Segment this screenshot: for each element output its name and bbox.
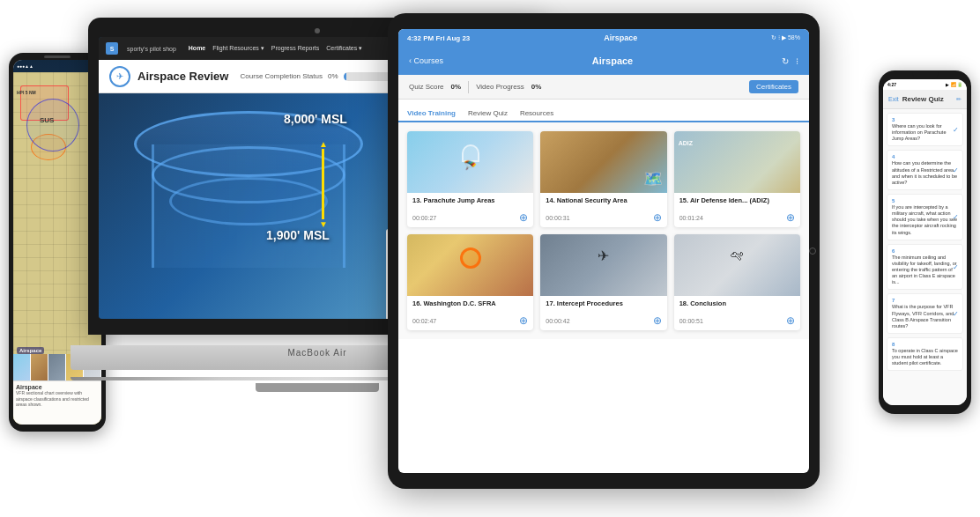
mac-progress-fill <box>344 72 347 81</box>
card-6-add-btn[interactable]: ⊕ <box>786 314 795 327</box>
pr-item-text-3: Where can you look for information on Pa… <box>892 123 958 142</box>
pr-item-text-5: If you are intercepted by a military air… <box>892 204 958 236</box>
tablet-refresh-icon[interactable]: ↻ <box>782 56 789 66</box>
list-item: 4 How can you determine the altitudes of… <box>887 150 963 190</box>
card-5-duration: 00:00:42 <box>546 318 569 324</box>
thumb-conclusion: 🛩 <box>674 234 800 296</box>
pr-status-bar: 4:27 ▶ 📶 🔋 <box>883 79 967 90</box>
table-row: 🛩 18. Conclusion 00:00:51 ⊕ <box>674 234 800 330</box>
tablet-quiz-score-pct: 0% <box>451 83 462 91</box>
table-row: 🪂 13. Parachute Jump Areas 00:00:27 ⊕ <box>407 131 533 227</box>
mac-nav-items: Home Flight Resources ▾ Progress Reports… <box>189 45 362 52</box>
pr-edit-btn[interactable]: ✏ <box>956 96 961 103</box>
tablet-score-divider <box>468 81 469 93</box>
pr-item-num-7: 7 <box>892 298 958 303</box>
altitude-bottom: 1,900' MSL <box>266 227 330 243</box>
card-4-duration: 00:02:47 <box>412 318 436 324</box>
macbook-trackpad <box>256 383 379 392</box>
thumb-adiz: ADIZ <box>674 131 800 193</box>
pr-icons: ▶ 📶 🔋 <box>946 82 962 87</box>
tablet-navbar: ‹ Courses Airspace ↻ ⁝ <box>398 47 809 75</box>
mac-brand-name: sporty's pilot shop <box>127 46 176 52</box>
pl-status-left: ●●●▲▲ <box>17 63 33 69</box>
card-5-add-btn[interactable]: ⊕ <box>653 314 662 327</box>
table-row: ADIZ 15. Air Defense Iden... (ADIZ) 00:0… <box>674 131 800 227</box>
pr-item-text-7: What is the purpose for VFR Flyways, VFR… <box>892 304 958 329</box>
pr-item-num-8: 8 <box>892 342 958 347</box>
card-1-add-btn[interactable]: ⊕ <box>519 211 528 224</box>
scene: ●●●▲▲ 📶 🔍 ≡ + ⊞ <box>0 0 980 517</box>
card-1-duration: 00:00:27 <box>412 215 436 221</box>
altitude-top: 8,000' MSL <box>284 111 347 127</box>
list-item: 6 The minimum ceiling and visibility for… <box>887 244 963 291</box>
tablet-tab-quiz[interactable]: Review Quiz <box>468 109 508 121</box>
pr-check-6: ✓ <box>953 263 959 271</box>
tablet-certificates-btn[interactable]: Certificates <box>749 80 798 93</box>
card-2-add-btn[interactable]: ⊕ <box>653 211 662 224</box>
tablet-tab-resources[interactable]: Resources <box>520 109 553 121</box>
tablet-tab-video[interactable]: Video Training <box>407 109 456 122</box>
pr-item-num-5: 5 <box>892 198 958 203</box>
pr-back-btn[interactable]: Exit <box>888 96 899 102</box>
pr-nav-title: Review Quiz <box>902 95 944 103</box>
list-item: 5 If you are intercepted by a military a… <box>887 194 963 240</box>
thumb-parachute: 🪂 <box>407 131 533 193</box>
table-row: ✈ 17. Intercept Procedures 00:00:42 ⊕ <box>540 234 666 330</box>
tablet-video-pct: 0% <box>531 83 542 91</box>
tablet-nav-icons: ↻ ⁝ <box>782 56 798 66</box>
phone-left-speaker <box>44 55 71 58</box>
tablet-tabs: Video Training Review Quiz Resources <box>398 100 809 122</box>
pr-item-text-4: How can you determine the altitudes of a… <box>892 160 958 186</box>
pr-check-4: ✓ <box>953 166 959 174</box>
mac-nav-progress[interactable]: Progress Reports <box>271 45 319 52</box>
tablet-nav-title: Airspace <box>592 55 633 66</box>
card-5-title: 17. Intercept Procedures <box>546 299 661 308</box>
pr-item-num-3: 3 <box>892 117 958 122</box>
tablet-time: 4:32 PM Fri Aug 23 <box>407 34 470 42</box>
pr-item-num-4: 4 <box>892 154 958 159</box>
tablet-back-btn[interactable]: ‹ Courses <box>409 56 443 65</box>
thumb-dc <box>407 234 533 296</box>
card-6-duration: 00:00:51 <box>679 318 703 324</box>
tablet-menu-icon[interactable]: ⁝ <box>796 56 798 66</box>
mac-progress-label: Course Completion Status <box>241 72 323 80</box>
list-item: 7 What is the purpose for VFR Flyways, V… <box>887 293 963 334</box>
altitude-arrow: ▲ ▼ <box>319 139 328 229</box>
card-2-title: 14. National Security Area <box>546 196 661 205</box>
tablet-status-title: Airspace <box>604 33 637 42</box>
list-item: 3 Where can you look for information on … <box>887 113 963 146</box>
card-1-title: 13. Parachute Jump Areas <box>412 196 528 205</box>
mac-nav-home[interactable]: Home <box>189 45 205 52</box>
pr-item-num-6: 6 <box>892 248 958 254</box>
mac-nav-flight[interactable]: Flight Resources ▾ <box>212 45 264 52</box>
mac-logo: S <box>106 42 118 55</box>
pl-airspace-label: Airspace <box>17 347 44 354</box>
tablet-home-btn[interactable] <box>809 247 816 255</box>
tablet-video-label: Video Progress <box>476 83 524 91</box>
tablet-score-row: Quiz Score 0% Video Progress 0% Certific… <box>398 75 809 100</box>
card-3-add-btn[interactable]: ⊕ <box>786 211 795 224</box>
thumb-security: 🗺️ <box>540 131 666 193</box>
tablet-status-bar: 4:32 PM Fri Aug 23 Airspace ↻ ⁝ ▶ 58% <box>398 29 809 47</box>
airspace-viz <box>134 111 381 305</box>
card-4-title: 16. Washington D.C. SFRA <box>412 299 528 308</box>
card-2-duration: 00:00:31 <box>546 215 569 221</box>
mac-course-icon: ✈ <box>109 66 130 87</box>
card-3-duration: 00:01:24 <box>679 215 703 221</box>
table-row: 🗺️ 14. National Security Area 00:00:31 ⊕ <box>540 131 666 227</box>
card-6-title: 18. Conclusion <box>679 299 795 308</box>
pr-item-text-6: The minimum ceiling and visibility for t… <box>892 255 958 286</box>
tablet-device: 4:32 PM Fri Aug 23 Airspace ↻ ⁝ ▶ 58% ‹ … <box>388 13 820 489</box>
tablet-screen: 4:32 PM Fri Aug 23 Airspace ↻ ⁝ ▶ 58% ‹ … <box>398 29 809 473</box>
tablet-quiz-score-label: Quiz Score <box>409 83 444 91</box>
tablet-status-icons: ↻ ⁝ ▶ 58% <box>771 34 800 41</box>
pr-check-7: ✓ <box>953 310 959 318</box>
table-row: 16. Washington D.C. SFRA 00:02:47 ⊕ <box>407 234 533 330</box>
list-item: 8 To operate in Class C airspace you mus… <box>887 337 963 371</box>
pr-check-5: ✓ <box>953 213 959 221</box>
card-4-add-btn[interactable]: ⊕ <box>519 314 528 327</box>
pr-check-3: ✓ <box>953 126 959 134</box>
mac-course-title: Airspace Review <box>137 70 228 83</box>
phone-right-notch <box>912 70 939 79</box>
mac-nav-certs[interactable]: Certificates ▾ <box>326 45 362 52</box>
